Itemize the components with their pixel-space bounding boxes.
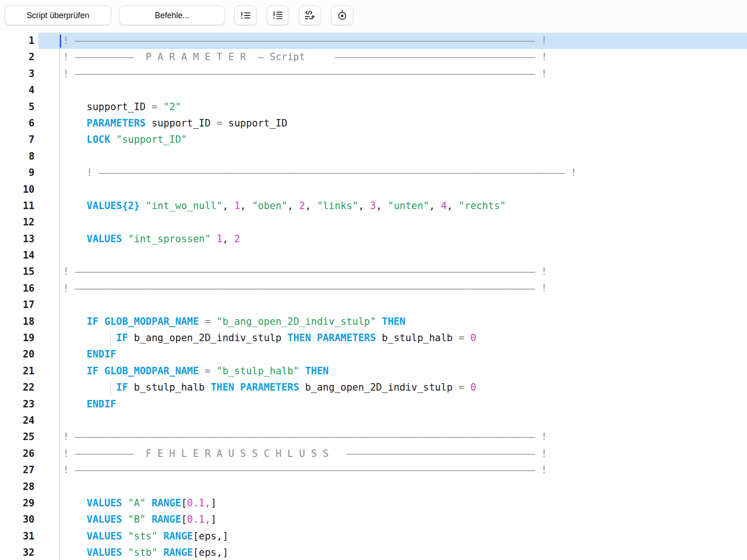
code-line-6[interactable]: PARAMETERS support_ID = support_ID	[63, 115, 747, 132]
code-line-16[interactable]: ! ——————————————————————————————————————…	[63, 280, 747, 297]
token-pl: support_ID	[63, 101, 152, 112]
token-pl: ,	[305, 200, 317, 211]
token-cm: !	[535, 283, 547, 294]
token-str: "int_sprossen"	[128, 233, 211, 245]
comment-divider: ————————————————————————————————————————…	[75, 266, 535, 277]
code-line-1[interactable]: ! ——————————————————————————————————————…	[63, 33, 747, 49]
token-pl	[63, 365, 87, 377]
line-number: 31	[0, 528, 35, 545]
code-line-21[interactable]: IF GLOB_MODPAR_NAME = "b_stulp_halb" THE…	[63, 363, 747, 379]
token-cm: !	[535, 431, 547, 442]
token-kw: VALUES{2}	[87, 200, 140, 211]
token-pl	[157, 547, 163, 558]
code-line-30[interactable]: VALUES "B" RANGE[0.1,]	[63, 511, 747, 528]
line-number: 15	[0, 264, 35, 280]
warning-list-button[interactable]	[267, 6, 289, 25]
code-line-7[interactable]: LOCK "support_ID"	[63, 132, 747, 148]
code-line-8[interactable]	[63, 148, 747, 165]
token-cm: !	[535, 448, 547, 459]
line-number: 18	[0, 314, 35, 330]
token-pl	[63, 118, 87, 129]
error-list-button[interactable]	[234, 6, 257, 25]
code-line-26[interactable]: ! —————————— F E H L E R A U S S C H L U…	[63, 446, 747, 462]
line-number: 13	[0, 231, 35, 247]
token-pl	[110, 382, 116, 393]
commands-button[interactable]: Befehle...	[119, 6, 225, 25]
token-pl	[311, 332, 317, 343]
token-pl	[63, 332, 110, 343]
code-line-29[interactable]: VALUES "A" RANGE[0.1,]	[63, 495, 747, 511]
token-kw: PARAMETERS	[240, 382, 299, 393]
token-kw: GLOB_MODPAR_NAME	[105, 316, 199, 327]
line-number: 29	[0, 495, 35, 511]
code-line-20[interactable]: ENDIF	[63, 346, 747, 363]
code-line-24[interactable]	[63, 413, 747, 429]
line-number: 12	[0, 214, 35, 231]
token-kw: RANGE	[163, 531, 193, 542]
code-line-18[interactable]: IF GLOB_MODPAR_NAME = "b_ang_open_2D_ind…	[63, 314, 747, 330]
code-line-15[interactable]: ! ——————————————————————————————————————…	[63, 264, 747, 280]
code-area[interactable]: ! ——————————————————————————————————————…	[63, 33, 747, 560]
token-cm: !	[63, 283, 75, 294]
code-line-31[interactable]: VALUES "sts" RANGE[eps,]	[63, 528, 747, 545]
token-str: "support_ID"	[116, 134, 187, 145]
code-line-23[interactable]: ENDIF	[63, 396, 747, 413]
token-kw: IF	[87, 365, 99, 377]
token-pl: ,	[288, 200, 299, 211]
code-line-10[interactable]	[63, 182, 747, 198]
line-number: 25	[0, 429, 35, 445]
code-line-17[interactable]	[63, 297, 747, 313]
code-line-12[interactable]	[63, 214, 747, 231]
token-kw: IF	[116, 382, 128, 393]
token-num: 1	[217, 233, 223, 245]
token-num: 0	[470, 332, 476, 343]
line-number: 27	[0, 462, 35, 478]
appearance-button[interactable]	[331, 6, 353, 25]
token-str: "B"	[128, 514, 146, 525]
brightness-icon	[336, 9, 348, 21]
code-line-27[interactable]: ! ——————————————————————————————————————…	[63, 462, 747, 478]
line-number: 1	[0, 33, 35, 49]
code-line-4[interactable]	[63, 82, 747, 98]
code-line-32[interactable]: VALUES "stb" RANGE[eps,]	[63, 545, 747, 560]
token-num: 2	[234, 233, 240, 245]
token-pl: [eps,]	[193, 531, 228, 542]
token-str: "int_wo_null"	[146, 200, 222, 211]
code-line-22[interactable]: IF b_stulp_halb THEN PARAMETERS b_ang_op…	[63, 379, 747, 396]
token-pl	[157, 531, 163, 542]
token-op: =	[217, 118, 228, 129]
code-editor[interactable]: 1234567891011121314151617181920212223242…	[0, 31, 747, 560]
token-num: 4	[441, 200, 447, 211]
code-line-19[interactable]: IF b_ang_open_2D_indiv_stulp THEN PARAME…	[63, 330, 747, 346]
line-number: 3	[0, 66, 35, 82]
token-kw: RANGE	[152, 497, 181, 509]
code-wrap-arrow-icon	[304, 10, 316, 21]
line-number: 21	[0, 363, 35, 379]
code-line-11[interactable]: VALUES{2} "int_wo_null", 1, "oben", 2, "…	[63, 198, 747, 214]
token-kw: IF	[116, 332, 128, 343]
token-op: =	[458, 382, 470, 393]
token-pl	[122, 531, 128, 542]
token-cm: !	[565, 167, 577, 178]
token-cm: !	[63, 51, 75, 63]
exclamation-dense-list-icon	[272, 10, 284, 21]
format-code-button[interactable]	[299, 6, 321, 25]
token-pl: ,	[376, 200, 388, 211]
code-line-9[interactable]: ! ——————————————————————————————————————…	[63, 165, 747, 181]
comment-divider: ————————————————————————————————————————…	[75, 431, 535, 442]
code-line-3[interactable]: ! ——————————————————————————————————————…	[63, 66, 747, 82]
line-number: 5	[0, 99, 35, 115]
code-line-5[interactable]: support_ID = "2"	[63, 99, 747, 115]
token-kw: LOCK	[87, 134, 111, 145]
token-cm: !	[535, 464, 547, 476]
code-line-25[interactable]: ! ——————————————————————————————————————…	[63, 429, 747, 445]
code-line-2[interactable]: ! —————————— P A R A M E T E R – Script …	[63, 49, 747, 65]
comment-divider: ————————————————————————————————	[346, 448, 536, 459]
token-kw: THEN	[382, 316, 406, 327]
code-line-14[interactable]	[63, 247, 747, 264]
code-line-13[interactable]: VALUES "int_sprossen" 1, 2	[63, 231, 747, 247]
token-pl	[63, 547, 87, 558]
code-line-28[interactable]	[63, 479, 747, 495]
check-script-button[interactable]: Script überprüfen	[5, 6, 111, 25]
line-number: 4	[0, 82, 35, 98]
